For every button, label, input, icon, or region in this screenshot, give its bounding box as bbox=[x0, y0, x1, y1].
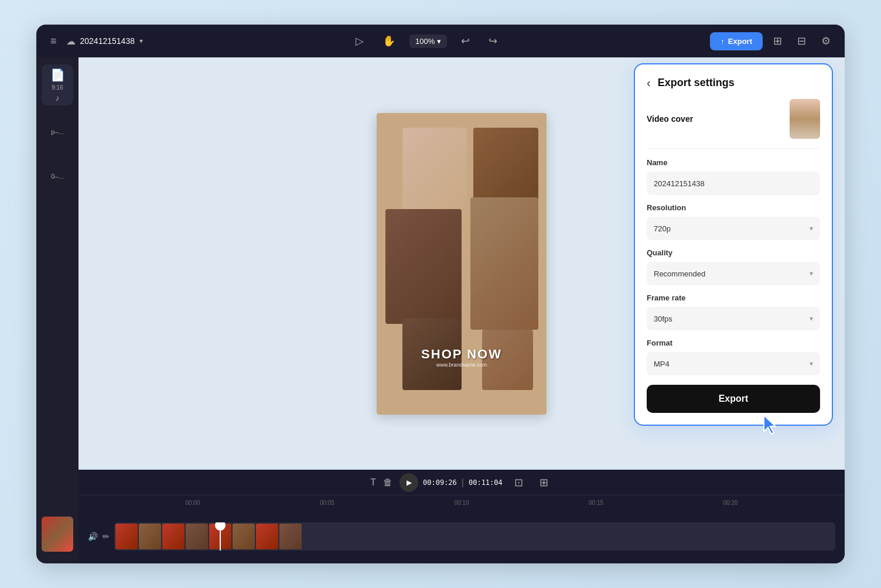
file-name-dropdown-icon[interactable]: ▾ bbox=[139, 37, 143, 45]
export-panel-header: ‹ Export settings bbox=[635, 64, 832, 99]
clip-thumb-3 bbox=[162, 524, 185, 549]
quality-label: Quality bbox=[647, 248, 820, 257]
time-separator: | bbox=[462, 477, 464, 488]
timeline-area: T 🗑 ▶ 00:09:26 | 00:11:04 ⊡ ⊞ 00:00 00:0… bbox=[78, 470, 845, 563]
timeline-ruler: 00:00 00:05 00:10 00:15 00:20 bbox=[78, 495, 845, 510]
video-cover-section: Video cover bbox=[635, 99, 832, 148]
text-tool-button[interactable]: T bbox=[370, 477, 376, 488]
edit-button[interactable]: ✏ bbox=[103, 532, 110, 541]
zoom-level: 100% bbox=[415, 37, 435, 46]
timeline-playhead[interactable] bbox=[220, 522, 221, 551]
format-label: Format bbox=[647, 339, 820, 347]
video-cover-thumbnail[interactable] bbox=[790, 99, 820, 139]
play-mode-button[interactable]: ▷ bbox=[351, 32, 368, 50]
timeline-play-button[interactable]: ▶ bbox=[399, 473, 418, 492]
volume-button[interactable]: 🔊 bbox=[88, 532, 98, 541]
export-icon: ↑ bbox=[720, 37, 725, 46]
clip-thumb-7 bbox=[256, 524, 278, 549]
header-left: ≡ ☁ 202412151438 ▾ bbox=[46, 33, 143, 50]
canvas-area: SHOP NOW www.brandname.com ‹ Export sett… bbox=[78, 57, 845, 563]
sidebar-label-p: p–... bbox=[51, 128, 63, 135]
ruler-mark-2: 00:10 bbox=[394, 500, 529, 506]
format-select[interactable]: MP4 MOV AVI GIF bbox=[647, 352, 820, 375]
timeline-icon-1[interactable]: ⊡ bbox=[510, 474, 528, 491]
redo-button[interactable]: ↪ bbox=[484, 32, 502, 50]
export-panel: ‹ Export settings Video cover Name Reso bbox=[634, 63, 833, 426]
shop-now-text: SHOP NOW bbox=[377, 347, 547, 362]
track-controls: 🔊 ✏ bbox=[88, 532, 110, 541]
header-center: ▷ ✋ 100% ▾ ↩ ↪ bbox=[150, 32, 703, 50]
website-text: www.brandname.com bbox=[377, 362, 547, 368]
media-icon: 📄 bbox=[50, 68, 65, 82]
cloud-icon: ☁ bbox=[66, 36, 76, 47]
frame-rate-select[interactable]: 30fps 24fps 25fps 60fps bbox=[647, 307, 820, 330]
frame-rate-label: Frame rate bbox=[647, 293, 820, 302]
resolution-label: Resolution bbox=[647, 203, 820, 212]
collage-clip-4 bbox=[470, 197, 538, 330]
quality-select[interactable]: Recommended Low Medium High Best bbox=[647, 262, 820, 285]
sidebar-item-s2[interactable]: p–... bbox=[42, 110, 73, 151]
layout-button[interactable]: ⊞ bbox=[769, 32, 787, 50]
undo-button[interactable]: ↩ bbox=[456, 32, 474, 50]
clip-thumb-2 bbox=[139, 524, 161, 549]
menu-button[interactable]: ≡ bbox=[46, 33, 62, 50]
video-canvas: SHOP NOW www.brandname.com bbox=[377, 113, 547, 415]
name-label: Name bbox=[647, 158, 820, 167]
timeline-track[interactable] bbox=[114, 522, 835, 551]
timeline-icon-2[interactable]: ⊞ bbox=[535, 474, 553, 491]
delete-tool-button[interactable]: 🗑 bbox=[383, 477, 392, 488]
format-select-wrapper: MP4 MOV AVI GIF ▾ bbox=[647, 352, 820, 375]
ruler-mark-0: 00:00 bbox=[125, 500, 260, 506]
hand-tool-button[interactable]: ✋ bbox=[378, 32, 400, 50]
sidebar-item-s3[interactable]: 0–... bbox=[42, 156, 73, 197]
form-section: Name Resolution 720p 360p 480p 1080p 4K bbox=[635, 149, 832, 375]
export-action-button[interactable]: Export bbox=[647, 385, 820, 413]
header-right: ↑ Export ⊞ ⊟ ⚙ bbox=[710, 32, 835, 50]
frame-rate-select-wrapper: 30fps 24fps 25fps 60fps ▾ bbox=[647, 307, 820, 330]
sidebar-thumbnail[interactable] bbox=[42, 517, 73, 552]
clip-thumb-6 bbox=[233, 524, 255, 549]
export-panel-title: Export settings bbox=[658, 77, 735, 89]
video-background bbox=[377, 113, 547, 415]
total-time: 00:11:04 bbox=[469, 478, 503, 487]
clip-thumb-1 bbox=[115, 524, 138, 549]
settings-button[interactable]: ⚙ bbox=[817, 32, 835, 50]
video-overlay: SHOP NOW www.brandname.com bbox=[377, 347, 547, 368]
sidebar-label-0: 0–... bbox=[51, 173, 63, 180]
ruler-mark-1: 00:05 bbox=[260, 500, 395, 506]
timeline-time: ▶ 00:09:26 | 00:11:04 bbox=[399, 473, 503, 492]
header: ≡ ☁ 202412151438 ▾ ▷ ✋ 100% ▾ ↩ ↪ ↑ Expo… bbox=[36, 25, 845, 57]
main-content: 📄 9:16 ♪ p–... 0–... bbox=[36, 57, 845, 563]
sidebar-thumb-image bbox=[42, 517, 73, 552]
name-input[interactable] bbox=[647, 172, 820, 195]
tiktok-icon: ♪ bbox=[56, 93, 60, 102]
sidebar-bottom bbox=[42, 512, 73, 556]
ruler-mark-3: 00:15 bbox=[529, 500, 664, 506]
sidebar-item-media[interactable]: 📄 9:16 ♪ bbox=[42, 64, 73, 105]
cover-thumb-image bbox=[790, 99, 820, 139]
zoom-dropdown-icon: ▾ bbox=[437, 37, 441, 46]
ruler-mark-4: 00:20 bbox=[663, 500, 798, 506]
zoom-control[interactable]: 100% ▾ bbox=[409, 35, 447, 48]
clip-thumb-8 bbox=[279, 524, 302, 549]
sidebar-item-ratio-label: 9:16 bbox=[52, 84, 63, 91]
export-back-button[interactable]: ‹ bbox=[647, 76, 651, 90]
quality-select-wrapper: Recommended Low Medium High Best ▾ bbox=[647, 262, 820, 285]
collage-clip-3 bbox=[385, 209, 462, 324]
sidebar: 📄 9:16 ♪ p–... 0–... bbox=[36, 57, 78, 563]
app-window: ≡ ☁ 202412151438 ▾ ▷ ✋ 100% ▾ ↩ ↪ ↑ Expo… bbox=[36, 25, 845, 563]
timeline-track-area: 🔊 ✏ bbox=[78, 510, 845, 563]
split-button[interactable]: ⊟ bbox=[793, 32, 811, 50]
timeline-controls: T 🗑 ▶ 00:09:26 | 00:11:04 ⊡ ⊞ bbox=[78, 470, 845, 495]
export-header-button[interactable]: ↑ Export bbox=[710, 32, 763, 50]
canvas-workspace: SHOP NOW www.brandname.com ‹ Export sett… bbox=[78, 57, 845, 470]
resolution-select-wrapper: 720p 360p 480p 1080p 4K ▾ bbox=[647, 217, 820, 240]
current-time: 00:09:26 bbox=[423, 478, 457, 487]
video-cover-label: Video cover bbox=[647, 114, 693, 124]
clip-thumb-4 bbox=[186, 524, 208, 549]
export-header-label: Export bbox=[728, 37, 752, 46]
resolution-select[interactable]: 720p 360p 480p 1080p 4K bbox=[647, 217, 820, 240]
file-name: 202412151438 bbox=[80, 36, 135, 46]
